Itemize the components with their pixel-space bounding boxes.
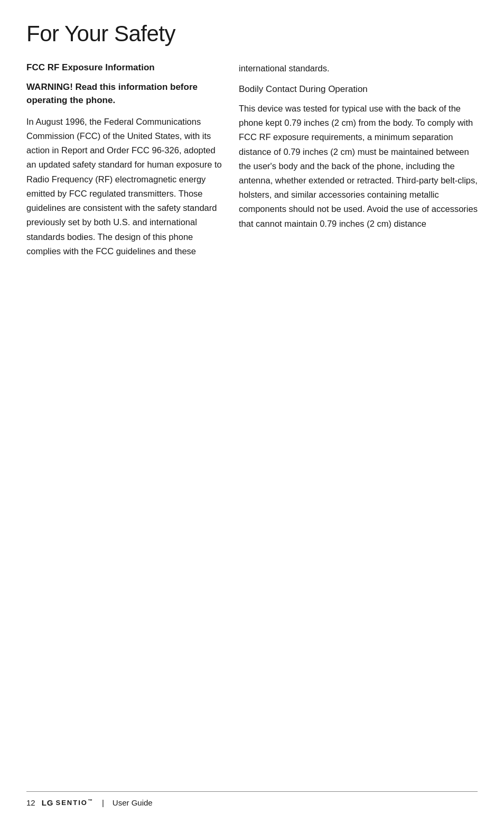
right-body-text: This device was tested for typical use w… — [239, 101, 478, 231]
right-column: international standards. Bodily Contact … — [239, 61, 478, 231]
footer-guide-text: User Guide — [113, 798, 153, 807]
footer-page-number: 12 — [26, 798, 35, 807]
page-container: For Your Safety FCC RF Exposure Informat… — [0, 0, 504, 823]
page-title: For Your Safety — [26, 21, 478, 47]
left-body-text: In August 1996, the Federal Communicatio… — [26, 115, 222, 258]
warning-title: WARNING! Read this information before op… — [26, 80, 222, 107]
international-standards-text: international standards. — [239, 61, 478, 76]
two-column-layout: FCC RF Exposure Information WARNING! Rea… — [26, 61, 478, 258]
page-footer: 12 LG SENTiO™ | User Guide — [26, 791, 478, 807]
footer-separator: | — [102, 798, 104, 807]
footer-lg-logo: LG — [42, 798, 54, 807]
bodily-contact-title: Bodily Contact During Operation — [239, 83, 478, 96]
footer-brand: LG SENTiO™ — [42, 798, 94, 807]
fcc-section-title: FCC RF Exposure Information — [26, 61, 222, 74]
left-column: FCC RF Exposure Information WARNING! Rea… — [26, 61, 222, 258]
footer-sentio-brand: SENTiO™ — [56, 798, 94, 807]
